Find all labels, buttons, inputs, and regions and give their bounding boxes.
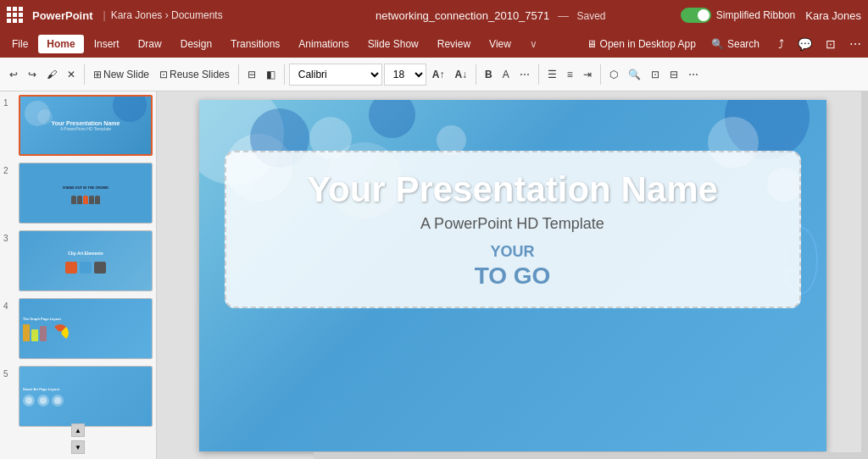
horizontal-scrollbar[interactable] — [314, 452, 868, 459]
separator-4 — [476, 64, 476, 85]
menu-more[interactable]: ∨ — [521, 35, 546, 53]
saved-badge: Saved — [577, 10, 606, 22]
bold-button[interactable]: B — [481, 66, 497, 83]
font-family-selector[interactable]: Calibri — [289, 64, 382, 86]
menu-bar: File Home Insert Draw Design Transitions… — [0, 30, 868, 58]
slide-number-4: 4 — [3, 298, 15, 311]
separator-5 — [538, 64, 539, 85]
separator-6 — [600, 64, 601, 85]
open-desktop-app-button[interactable]: 🖥 Open in Desktop App — [580, 35, 703, 53]
slide-panel: 1 Your Presentation Name A PowerPoint HD… — [0, 91, 157, 459]
separator-1 — [84, 64, 85, 85]
slide-5-title: Smart Art Page Layout — [23, 387, 59, 391]
slide-thumb-2[interactable]: STAND OUT IN THE CROWD — [19, 163, 153, 224]
separator-3 — [284, 64, 285, 85]
simplified-ribbon-toggle[interactable]: Simplified Ribbon — [681, 8, 795, 23]
toggle-knob — [698, 9, 709, 21]
menu-icons: ⤴ 💬 ⊡ ⋯ — [775, 36, 865, 53]
highlight-button[interactable]: A — [498, 66, 514, 83]
shapes-button[interactable]: ⬡ — [605, 66, 622, 83]
scroll-down-arrow[interactable]: ▼ — [71, 440, 85, 454]
slide-item-4[interactable]: 4 The Graph Page Layout — [3, 298, 153, 359]
slide-number-3: 3 — [3, 230, 15, 243]
menu-insert[interactable]: Insert — [86, 35, 128, 53]
reuse-icon: ⊡ — [159, 69, 168, 80]
bullets-button[interactable]: ☰ — [543, 66, 561, 83]
theme-button[interactable]: ◧ — [262, 66, 280, 83]
numbering-button[interactable]: ≡ — [563, 66, 577, 83]
scroll-up-arrow[interactable]: ▲ — [71, 423, 85, 437]
menu-design[interactable]: Design — [172, 35, 220, 53]
menu-slideshow[interactable]: Slide Show — [359, 35, 427, 53]
vertical-scrollbar[interactable] — [861, 91, 868, 452]
slide-3-title: Clip Art Elements — [65, 248, 106, 258]
slide-item-5[interactable]: 5 Smart Art Page Layout — [3, 366, 153, 427]
slide-item-3[interactable]: 3 Clip Art Elements — [3, 230, 153, 291]
app-grid-icon[interactable] — [7, 7, 24, 24]
slide-1-subtitle: A PowerPoint HD Template — [60, 126, 111, 131]
file-title: networking_connection_2010_7571 — Saved — [301, 9, 681, 22]
slide-item-2[interactable]: 2 STAND OUT IN THE CROWD — [3, 163, 153, 224]
share-icon[interactable]: ⤴ — [775, 36, 787, 53]
menu-file[interactable]: File — [3, 35, 36, 53]
menu-animations[interactable]: Animations — [290, 35, 357, 53]
slide-thumb-4[interactable]: The Graph Page Layout — [19, 298, 153, 359]
new-slide-icon: ⊞ — [93, 69, 102, 80]
breadcrumb[interactable]: Kara Jones › Documents — [111, 9, 301, 21]
toolbar: ↩ ↪ 🖌 ✕ ⊞ New Slide ⊡ Reuse Slides ⊟ ◧ C… — [0, 58, 868, 91]
comments-icon[interactable]: 💬 — [794, 36, 815, 53]
font-size-selector[interactable]: 18 — [384, 64, 426, 86]
slide-subtitle: A PowerPoint HD Template — [252, 215, 774, 233]
search-button[interactable]: 🔍 Search — [704, 35, 766, 53]
slide-4-title: The Graph Page Layout — [23, 317, 61, 321]
desktop-icon: 🖥 — [587, 38, 597, 50]
user-name[interactable]: Kara Jones — [805, 9, 861, 22]
simplified-ribbon-label: Simplified Ribbon — [716, 9, 795, 21]
slide-main-title: Your Presentation Name — [252, 169, 774, 210]
search-toolbar-button[interactable]: 🔍 — [624, 66, 645, 83]
redo-button[interactable]: ↪ — [24, 66, 41, 83]
more-tools-button[interactable]: ⋯ — [684, 66, 703, 83]
panel-scroll-arrows: ▲ ▼ — [70, 422, 86, 456]
slide-1-title: Your Presentation Name — [52, 120, 120, 126]
reuse-slides-button[interactable]: ⊡ Reuse Slides — [155, 66, 234, 83]
format-painter-button[interactable]: 🖌 — [42, 66, 61, 83]
slide-thumb-5[interactable]: Smart Art Page Layout — [19, 366, 153, 427]
slide-number-2: 2 — [3, 163, 15, 175]
slide-canvas[interactable]: Your Presentation Name A PowerPoint HD T… — [199, 100, 826, 451]
arrange-button[interactable]: ⊟ — [665, 66, 682, 83]
slide-item-1[interactable]: 1 Your Presentation Name A PowerPoint HD… — [3, 95, 153, 156]
menu-home[interactable]: Home — [38, 35, 83, 53]
main-area: 1 Your Presentation Name A PowerPoint HD… — [0, 91, 868, 459]
indent-button[interactable]: ⇥ — [579, 66, 596, 83]
separator-2 — [238, 64, 239, 85]
decrease-font-button[interactable]: A↓ — [450, 66, 471, 83]
slide-number-1: 1 — [3, 95, 15, 108]
menu-review[interactable]: Review — [429, 35, 479, 53]
toggle-switch[interactable] — [681, 8, 711, 23]
search-icon: 🔍 — [711, 38, 724, 50]
app-name: PowerPoint — [32, 9, 93, 22]
increase-font-button[interactable]: A↑ — [428, 66, 449, 83]
menu-transitions[interactable]: Transitions — [222, 35, 288, 53]
new-slide-button[interactable]: ⊞ New Slide — [89, 66, 153, 83]
more-formatting-button[interactable]: ⋯ — [515, 66, 534, 83]
canvas-area: Your Presentation Name A PowerPoint HD T… — [157, 91, 868, 459]
menu-view[interactable]: View — [481, 35, 520, 53]
title-bar: PowerPoint | Kara Jones › Documents netw… — [0, 0, 868, 30]
slide-2-label: STAND OUT IN THE CROWD — [60, 183, 111, 192]
delete-button[interactable]: ✕ — [63, 66, 80, 83]
more-options-icon[interactable]: ⋯ — [846, 36, 865, 53]
undo-button[interactable]: ↩ — [5, 66, 22, 83]
slide-thumb-1[interactable]: Your Presentation Name A PowerPoint HD T… — [19, 95, 153, 156]
slide-content-box[interactable]: Your Presentation Name A PowerPoint HD T… — [225, 151, 801, 308]
slide-logo: YOUR TO GO — [252, 236, 774, 290]
fullscreen-icon[interactable]: ⊡ — [822, 36, 839, 53]
slide-number-5: 5 — [3, 366, 15, 379]
menu-draw[interactable]: Draw — [130, 35, 170, 53]
layout-button[interactable]: ⊟ — [243, 66, 260, 83]
slide-thumb-3[interactable]: Clip Art Elements — [19, 230, 153, 291]
accessibility-button[interactable]: ⊡ — [647, 66, 664, 83]
